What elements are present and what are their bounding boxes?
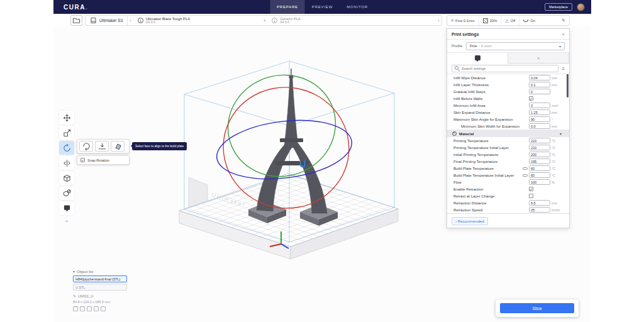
extruder-tabs: ×	[447, 53, 569, 64]
setting-row: Printing Temperature210°C	[447, 137, 569, 144]
x-icon: ×	[537, 55, 540, 61]
panel-close-icon[interactable]: ×	[562, 31, 565, 37]
setting-value-input[interactable]: 0	[529, 103, 550, 108]
printer-icon[interactable]	[73, 306, 78, 311]
setting-value-input[interactable]: 0.0	[529, 123, 550, 129]
setting-checkbox[interactable]: ✓	[529, 187, 533, 191]
mirror-tool[interactable]	[59, 156, 74, 170]
scroll-left-chevron[interactable]: ‹	[128, 18, 133, 23]
rotate-tool[interactable]	[59, 141, 74, 155]
setting-value-input[interactable]: 100	[529, 179, 550, 185]
toolbar-close-icon[interactable]: ×	[59, 216, 74, 225]
print-settings-summary[interactable]: ≡ Fine 0.1mm 20% △ Off On ✎	[447, 15, 570, 26]
slice-button[interactable]: Slice	[500, 303, 574, 313]
tab-preview[interactable]: PREVIEW	[305, 0, 340, 14]
select-face-icon	[114, 142, 122, 150]
support-icon: △	[505, 18, 508, 23]
pencil-icon[interactable]: ✎	[73, 294, 76, 298]
adhesion-summary: On	[519, 16, 539, 25]
recommended-link[interactable]: ‹ Recommended	[452, 217, 488, 225]
setting-value-input[interactable]: 1.25	[529, 109, 550, 115]
scale-tool[interactable]	[59, 126, 74, 140]
printer-selector[interactable]: Ultimaker S3	[86, 16, 128, 25]
setting-value-input[interactable]: 90	[529, 116, 550, 122]
cost-icon[interactable]	[101, 306, 106, 311]
setting-row: Build Plate Temperature60°C	[447, 165, 569, 172]
snap-rotation-checkbox[interactable]: ✓	[80, 158, 85, 162]
profile-label: Profile	[452, 44, 462, 48]
move-tool-icon	[63, 114, 71, 122]
gizmo-ring-green	[214, 61, 348, 190]
setting-value-input[interactable]: 60	[529, 165, 550, 171]
reset-rotation-button[interactable]	[79, 141, 93, 152]
printer-name: UMS3_U	[78, 294, 93, 298]
rotate-tool-popup	[77, 139, 130, 153]
account-avatar[interactable]	[577, 3, 585, 11]
app-header: CURA. PREPAREPREVIEWMONITOR Marketplace	[53, 0, 591, 14]
object-list-item[interactable]: U.STL	[73, 284, 127, 291]
setting-value-input[interactable]: 195	[529, 158, 550, 164]
setting-value-input[interactable]: 0	[529, 89, 550, 94]
setting-value-input[interactable]: 60	[529, 172, 550, 178]
setting-value-input[interactable]: 200	[529, 152, 550, 157]
cura-window: Ultimaker U	[0, 0, 644, 322]
snap-rotation-row[interactable]: ✓ Snap Rotation	[77, 155, 130, 165]
action-panel: Slice	[496, 299, 579, 317]
material-icon[interactable]	[87, 306, 92, 311]
setting-row: Retract at Layer Change	[447, 192, 569, 199]
extruder-2-selector[interactable]: 2 Generic PLA AA 0.4	[267, 16, 305, 25]
tooltip: Select face to align to the build plate	[132, 142, 187, 150]
extruder-1-selector[interactable]: 1 Ultimaker Black Tough PLA AA 0.4	[133, 16, 194, 25]
setting-value-input[interactable]: 25	[529, 207, 550, 213]
setting-row: Infill Before Walls✓	[447, 95, 569, 102]
setting-row: Skin Expand Distance1.25mm	[447, 109, 569, 116]
select-face-button[interactable]	[111, 141, 125, 152]
link-icon	[523, 174, 528, 177]
settings-list: Infill Wipe Distance0.04mmInfill Layer T…	[447, 74, 569, 213]
scrollbar[interactable]	[567, 74, 569, 97]
setting-value-input[interactable]: 0.04	[529, 75, 550, 80]
setting-value-input[interactable]: 0.1	[529, 82, 550, 87]
tab-prepare[interactable]: PREPARE	[270, 0, 305, 14]
build-plate	[179, 174, 398, 247]
tab-monitor[interactable]: MONITOR	[340, 0, 375, 14]
extruder-warning-x-icon: ×	[262, 18, 267, 23]
extruder-tab-1[interactable]	[447, 53, 508, 64]
scroll-right-chevron[interactable]: ›	[436, 18, 441, 23]
extruder-badge[interactable]	[59, 201, 74, 215]
settings-category[interactable]: Material▾	[447, 130, 569, 137]
extruder-tab-2[interactable]: ×	[508, 53, 569, 63]
object-list-toggle[interactable]: ▾ Object list	[73, 269, 136, 274]
setting-row: Gradual Infill Steps0	[447, 88, 569, 95]
infill-icon	[483, 18, 488, 23]
time-icon[interactable]	[94, 306, 99, 311]
marketplace-button[interactable]: Marketplace	[545, 3, 572, 11]
extruder-icon	[475, 55, 480, 60]
setting-value-input[interactable]: 210	[529, 145, 550, 150]
nozzle-icon[interactable]	[80, 306, 85, 311]
open-file-button[interactable]	[70, 15, 82, 26]
profile-dropdown[interactable]: Fine - 0.1mm ▾	[466, 42, 565, 50]
profile-summary: ≡ Fine 0.1mm	[447, 16, 479, 25]
setting-checkbox[interactable]	[529, 194, 533, 198]
search-settings-input[interactable]	[462, 67, 555, 70]
object-list-item[interactable]: H840plychenstand-final (STL)	[73, 275, 127, 282]
search-icon	[455, 66, 460, 71]
support-blocker-tool[interactable]	[59, 186, 74, 200]
object-list-footer-icons	[73, 306, 136, 311]
per-model-settings-tool[interactable]	[59, 171, 74, 185]
setting-row: Infill Layer Thickness0.1mm	[447, 81, 569, 88]
setting-value-input[interactable]: 210	[529, 138, 550, 143]
model-dimensions: 84.8 x 124.2 x 186.9 mm	[73, 300, 136, 304]
settings-filter-icon[interactable]: ≡	[562, 66, 565, 72]
search-settings-box[interactable]	[452, 65, 558, 72]
move-tool[interactable]	[59, 111, 74, 125]
reset-rotation-icon	[82, 142, 91, 150]
stage-tabs: PREPAREPREVIEWMONITOR	[270, 0, 375, 14]
setting-value-input[interactable]: 6.5	[529, 200, 550, 206]
build-plate-scene: Ultimaker U	[88, 31, 440, 296]
setting-row: Retraction Speed25mm/s	[447, 206, 569, 213]
setting-checkbox[interactable]: ✓	[529, 96, 533, 101]
edit-settings-icon[interactable]: ✎	[558, 18, 569, 23]
lay-flat-button[interactable]	[95, 141, 109, 152]
